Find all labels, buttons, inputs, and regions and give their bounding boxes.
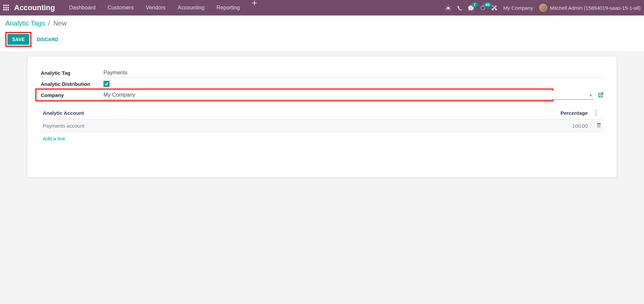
discard-button[interactable]: DISCARD bbox=[37, 37, 58, 42]
activities-icon[interactable]: 40 bbox=[480, 5, 486, 11]
user-name: Mitchell Admin (15894019-saas-15-1-all) bbox=[550, 5, 641, 11]
breadcrumb-parent[interactable]: Analytic Tags bbox=[5, 20, 45, 27]
avatar-icon bbox=[539, 4, 547, 12]
form-sheet: Analytic Tag Analytic Distribution Compa… bbox=[27, 56, 617, 178]
user-menu[interactable]: Mitchell Admin (15894019-saas-15-1-all) bbox=[539, 4, 641, 12]
messages-icon[interactable]: 7 bbox=[468, 5, 474, 11]
nav-dashboard[interactable]: Dashboard bbox=[63, 0, 101, 15]
nav-accounting[interactable]: Accounting bbox=[172, 0, 210, 15]
svg-line-8 bbox=[446, 10, 447, 10]
table-row-blank bbox=[41, 145, 603, 157]
activities-badge: 40 bbox=[483, 2, 491, 7]
debug-icon[interactable] bbox=[446, 5, 451, 10]
nav-vendors[interactable]: Vendors bbox=[140, 0, 172, 15]
company-input[interactable] bbox=[103, 91, 594, 100]
table-row-add: Add a line bbox=[41, 132, 603, 145]
col-percentage: Percentage bbox=[366, 106, 590, 120]
svg-point-2 bbox=[447, 7, 450, 9]
company-selector[interactable]: My Company bbox=[503, 5, 533, 11]
analytic-tag-input[interactable] bbox=[103, 68, 603, 77]
label-analytic-distribution: Analytic Distribution bbox=[41, 81, 103, 87]
col-analytic-account: Analytic Account bbox=[41, 106, 366, 120]
save-highlight-box: SAVE bbox=[5, 32, 31, 47]
app-name: Accounting bbox=[14, 3, 55, 12]
breadcrumb-sep: / bbox=[48, 20, 50, 27]
phone-icon[interactable] bbox=[457, 5, 462, 10]
dropdown-caret-icon[interactable]: ▼ bbox=[589, 93, 592, 97]
svg-line-4 bbox=[446, 6, 447, 7]
table-options-icon[interactable]: ⋮ bbox=[592, 109, 601, 116]
apps-menu-icon[interactable] bbox=[3, 5, 9, 11]
svg-rect-1 bbox=[252, 3, 257, 3]
delete-row-icon[interactable] bbox=[596, 123, 601, 129]
analytic-distribution-checkbox[interactable] bbox=[103, 81, 110, 87]
messages-badge: 7 bbox=[471, 2, 478, 7]
label-analytic-tag: Analytic Tag bbox=[41, 70, 103, 76]
label-company: Company bbox=[41, 92, 103, 98]
svg-line-9 bbox=[450, 10, 450, 10]
breadcrumb-current: New bbox=[53, 20, 67, 27]
control-panel: Analytic Tags / New SAVE DISCARD bbox=[0, 15, 644, 52]
cell-account: Payments account bbox=[41, 120, 366, 132]
tools-icon[interactable] bbox=[492, 5, 497, 10]
breadcrumb: Analytic Tags / New bbox=[5, 20, 639, 27]
svg-line-5 bbox=[450, 6, 451, 7]
top-navbar: Accounting Dashboard Customers Vendors A… bbox=[0, 0, 644, 15]
nav-customers[interactable]: Customers bbox=[101, 0, 140, 15]
cell-percent: 100.00 bbox=[572, 123, 588, 129]
table-row[interactable]: Payments account 100.00 bbox=[41, 120, 603, 132]
add-line-link[interactable]: Add a line bbox=[43, 136, 65, 141]
external-link-icon[interactable] bbox=[598, 93, 603, 98]
nav-reporting[interactable]: Reporting bbox=[211, 0, 246, 15]
nav-add-icon[interactable] bbox=[246, 0, 263, 15]
save-button[interactable]: SAVE bbox=[7, 34, 29, 45]
